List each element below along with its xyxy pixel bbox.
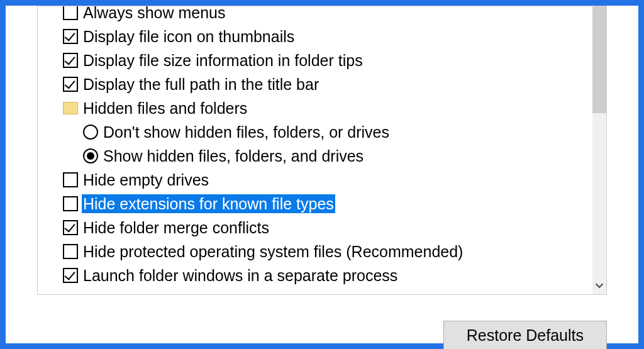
option-group-hidden-files: Hidden files and folders [63,96,606,120]
folder-options-window: Always show menus Display file icon on t… [6,6,638,343]
restore-defaults-button[interactable]: Restore Defaults [443,321,607,349]
option-show-hidden[interactable]: Show hidden files, folders, and drives [63,144,606,168]
scrollbar[interactable] [592,6,606,294]
advanced-settings-list: Always show menus Display file icon on t… [37,6,607,295]
checkbox-icon[interactable] [63,196,78,211]
radio-icon[interactable] [83,125,98,140]
option-display-file-size[interactable]: Display file size information in folder … [63,48,606,72]
option-label: Hide empty drives [82,170,210,189]
checkbox-icon[interactable] [63,6,78,20]
checkbox-icon[interactable] [63,244,78,259]
option-display-full-path[interactable]: Display the full path in the title bar [63,72,606,96]
option-display-file-icon[interactable]: Display file icon on thumbnails [63,25,606,48]
option-label: Launch folder windows in a separate proc… [82,266,399,285]
checkbox-icon[interactable] [63,29,78,44]
option-label: Always show menus [82,6,226,22]
option-hide-empty-drives[interactable]: Hide empty drives [63,168,606,192]
scroll-thumb[interactable] [592,6,606,113]
checkbox-icon[interactable] [63,53,78,68]
option-label: Show hidden files, folders, and drives [102,147,365,165]
checkbox-icon[interactable] [63,220,78,235]
option-dont-show-hidden[interactable]: Don't show hidden files, folders, or dri… [63,120,606,144]
option-label: Display file icon on thumbnails [82,27,296,46]
checkbox-icon[interactable] [63,268,78,283]
option-label: Hidden files and folders [82,99,248,118]
option-hide-extensions[interactable]: Hide extensions for known file types [63,192,606,216]
option-label: Display the full path in the title bar [82,75,320,94]
option-hide-merge-conflicts[interactable]: Hide folder merge conflicts [63,216,606,240]
list-content: Always show menus Display file icon on t… [38,6,606,287]
checkbox-icon[interactable] [63,172,78,187]
chevron-down-icon[interactable] [592,281,606,292]
option-label: Hide protected operating system files (R… [82,242,464,261]
folder-icon [63,102,78,114]
option-label: Display file size information in folder … [82,51,364,70]
option-label: Don't show hidden files, folders, or dri… [102,123,391,141]
option-hide-protected[interactable]: Hide protected operating system files (R… [63,240,606,263]
option-label: Hide folder merge conflicts [82,218,270,237]
option-launch-separate[interactable]: Launch folder windows in a separate proc… [63,263,606,287]
checkbox-icon[interactable] [63,77,78,92]
radio-icon[interactable] [83,148,98,163]
option-always-show-menus[interactable]: Always show menus [63,6,606,25]
option-label: Hide extensions for known file types [82,194,335,213]
dialog-footer: Restore Defaults [443,299,607,343]
